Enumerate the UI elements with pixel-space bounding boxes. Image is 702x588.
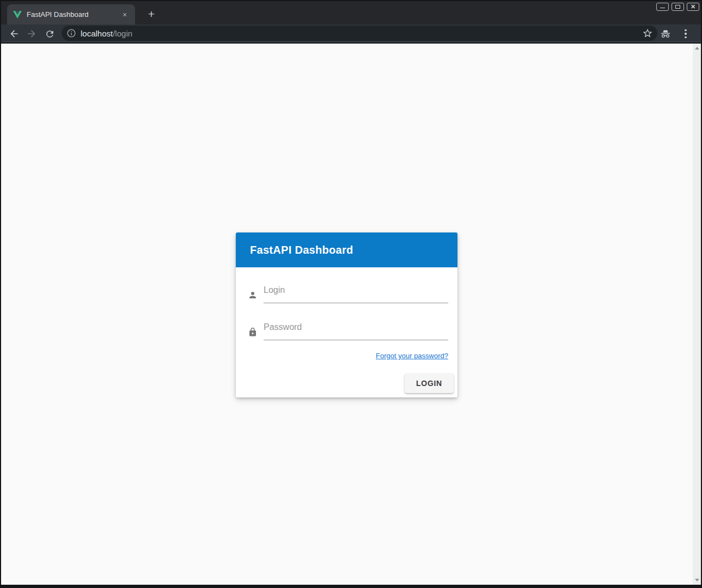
vue-logo-icon	[13, 10, 22, 19]
incognito-icon	[660, 28, 672, 40]
login-button[interactable]: LOGIN	[405, 373, 454, 393]
password-input[interactable]	[264, 320, 448, 340]
close-button[interactable]: ✕	[687, 3, 699, 11]
forgot-password-link[interactable]: Forgot your password?	[376, 352, 448, 360]
reload-button[interactable]	[43, 27, 56, 40]
plus-icon: +	[148, 8, 155, 21]
bookmark-star-icon[interactable]	[642, 28, 653, 39]
tab-title: FastAPI Dashboard	[27, 10, 120, 19]
url-host: localhost	[81, 29, 113, 38]
maximize-icon	[675, 5, 680, 9]
forward-button[interactable]	[25, 27, 38, 40]
login-card: FastAPI Dashboard Forgot your password?	[236, 232, 457, 397]
back-arrow-icon	[9, 28, 20, 39]
close-icon: ✕	[691, 4, 695, 10]
scroll-down-icon[interactable]	[695, 579, 699, 581]
incognito-indicator	[659, 27, 672, 40]
page-content: FastAPI Dashboard Forgot your password?	[1, 44, 701, 585]
window-controls: ✕	[656, 3, 699, 11]
login-input[interactable]	[264, 283, 448, 303]
address-bar[interactable]: localhost/login	[62, 26, 657, 41]
browser-window: FastAPI Dashboard × + ✕	[0, 0, 702, 588]
person-icon	[248, 290, 258, 300]
page-info-icon[interactable]	[66, 28, 76, 38]
minimize-icon	[660, 8, 665, 8]
minimize-button[interactable]	[656, 3, 669, 11]
back-button[interactable]	[8, 27, 21, 40]
url-text[interactable]: localhost/login	[81, 29, 642, 38]
login-field-row	[248, 283, 448, 303]
url-path: /login	[113, 29, 132, 38]
lock-icon	[248, 327, 258, 337]
page-scrollbar[interactable]	[693, 44, 701, 585]
forward-arrow-icon	[26, 28, 37, 39]
kebab-menu-icon	[685, 29, 686, 38]
new-tab-button[interactable]: +	[144, 7, 159, 22]
browser-toolbar: localhost/login	[1, 24, 701, 42]
page-title: FastAPI Dashboard	[250, 244, 353, 256]
login-card-header: FastAPI Dashboard	[236, 232, 457, 267]
password-field-row	[248, 320, 448, 340]
browser-menu-button[interactable]	[679, 27, 692, 40]
scroll-up-icon[interactable]	[695, 47, 699, 50]
maximize-button[interactable]	[672, 3, 684, 11]
reload-icon	[45, 29, 55, 39]
tab-close-icon[interactable]: ×	[120, 10, 130, 20]
login-card-body: Forgot your password? LOGIN	[236, 267, 457, 397]
browser-chrome: FastAPI Dashboard × + ✕	[1, 1, 701, 44]
tab-fastapi-dashboard[interactable]: FastAPI Dashboard ×	[7, 4, 135, 24]
tab-strip: FastAPI Dashboard × + ✕	[1, 1, 701, 24]
